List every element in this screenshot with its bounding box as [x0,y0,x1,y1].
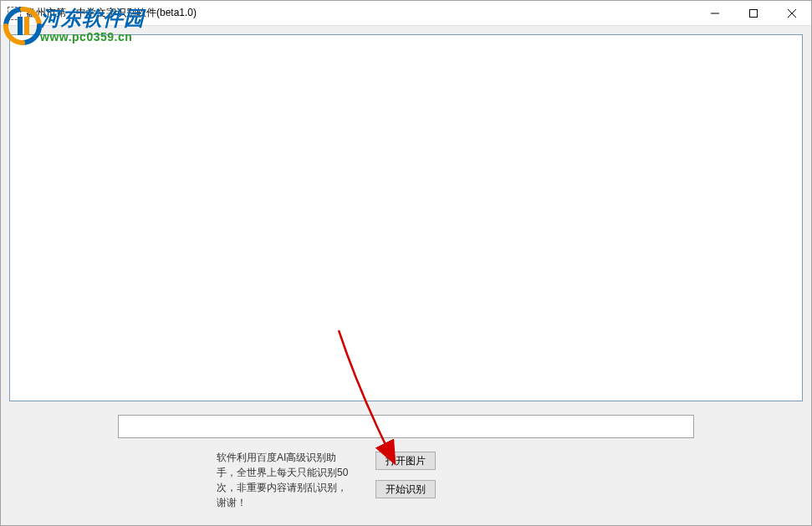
maximize-icon [749,9,758,18]
maximize-button[interactable] [734,1,773,26]
app-window: 盘州市第一中学文字识别软件(beta1.0) 软件利用百度AI高级识别助手，全世… [0,0,812,526]
titlebar: 盘州市第一中学文字识别软件(beta1.0) [1,1,811,26]
notice-text: 软件利用百度AI高级识别助手，全世界上每天只能识别50次，非重要内容请别乱识别，… [217,450,350,510]
window-controls [696,1,811,25]
open-image-button[interactable]: 打开图片 [375,452,436,470]
window-title: 盘州市第一中学文字识别软件(beta1.0) [26,6,696,20]
client-area: 软件利用百度AI高级识别助手，全世界上每天只能识别50次，非重要内容请别乱识别，… [1,26,811,525]
close-button[interactable] [773,1,811,26]
start-ocr-button[interactable]: 开始识别 [375,480,436,498]
image-preview-area [9,34,803,401]
close-icon [788,9,796,18]
minimize-icon [711,9,719,18]
button-column: 打开图片 开始识别 [375,450,436,498]
minimize-button[interactable] [696,1,734,26]
path-input[interactable] [118,415,694,438]
bottom-row: 软件利用百度AI高级识别助手，全世界上每天只能识别50次，非重要内容请别乱识别，… [9,450,803,517]
svg-rect-1 [750,10,758,18]
textbox-row [118,415,694,438]
app-icon [8,7,21,20]
